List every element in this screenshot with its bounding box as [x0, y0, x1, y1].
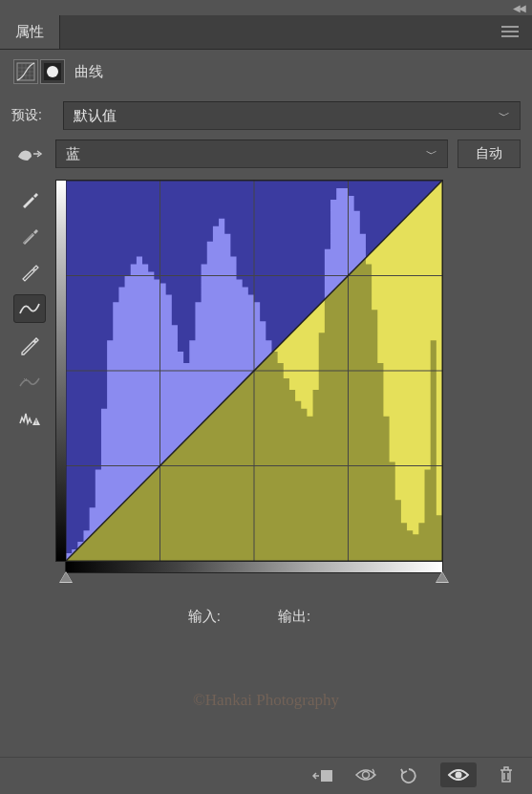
pencil-tool-icon[interactable]	[13, 331, 46, 359]
preset-value: 默认值	[74, 107, 117, 125]
slider-track	[65, 573, 443, 590]
svg-point-16	[363, 771, 370, 778]
curves-tool-column: !	[11, 180, 48, 643]
adjustment-type-row: 曲线	[0, 50, 532, 97]
mask-icon[interactable]	[40, 59, 65, 84]
collapse-icon[interactable]: ◀◀	[513, 3, 524, 13]
eyedropper-gray-icon[interactable]	[13, 222, 46, 250]
clip-warning-icon[interactable]: !	[13, 403, 46, 432]
toggle-visibility-icon[interactable]	[440, 762, 477, 787]
adjustment-type-label: 曲线	[74, 63, 103, 81]
chevron-down-icon: ﹀	[426, 146, 437, 162]
svg-point-2	[47, 66, 58, 77]
curve-plot[interactable]	[66, 181, 442, 561]
preset-dropdown[interactable]: 默认值 ﹀	[63, 101, 521, 130]
tab-label: 属性	[15, 23, 44, 41]
channel-dropdown[interactable]: 蓝 ﹀	[55, 139, 448, 168]
reset-icon[interactable]	[398, 766, 419, 783]
channel-value: 蓝	[66, 145, 80, 163]
svg-text:!: !	[35, 418, 37, 425]
channel-row: 蓝 ﹀ 自动	[0, 138, 532, 176]
eyedropper-black-icon[interactable]	[13, 185, 46, 214]
panel-menu-icon[interactable]	[488, 24, 532, 41]
output-gradient	[56, 181, 66, 561]
watermark: ©Hankai Photography	[0, 643, 532, 710]
input-label: 输入:	[188, 608, 221, 626]
curve-container: 输入: 输出:	[55, 180, 443, 643]
curve-box[interactable]	[55, 180, 443, 562]
output-label: 输出:	[278, 608, 310, 626]
titlebar: ◀◀	[0, 0, 532, 15]
input-gradient	[65, 562, 443, 573]
curves-adj-icon[interactable]	[13, 59, 38, 84]
eyedropper-white-icon[interactable]	[13, 258, 46, 287]
tab-row: 属性	[0, 15, 532, 50]
curve-point-tool-icon[interactable]	[13, 294, 46, 323]
preset-label: 预设:	[11, 107, 55, 124]
chevron-down-icon: ﹀	[499, 108, 510, 124]
smooth-tool-icon[interactable]	[13, 367, 46, 396]
bottom-bar	[0, 757, 532, 791]
io-row: 输入: 输出:	[55, 590, 443, 643]
svg-rect-15	[321, 770, 332, 782]
black-point-slider[interactable]	[59, 571, 73, 583]
view-previous-icon[interactable]	[354, 767, 377, 783]
delete-icon[interactable]	[498, 765, 515, 784]
targeted-adjust-icon[interactable]	[11, 140, 46, 167]
svg-point-17	[456, 771, 462, 778]
preset-row: 预设: 默认值 ﹀	[0, 97, 532, 138]
tab-properties[interactable]: 属性	[0, 15, 60, 49]
clip-to-layer-icon[interactable]	[312, 766, 333, 783]
curves-main: ! 输入: 输出:	[0, 176, 532, 643]
adjustment-icons	[13, 59, 65, 84]
white-point-slider[interactable]	[436, 571, 449, 583]
auto-button[interactable]: 自动	[458, 139, 521, 168]
auto-button-label: 自动	[476, 145, 502, 161]
